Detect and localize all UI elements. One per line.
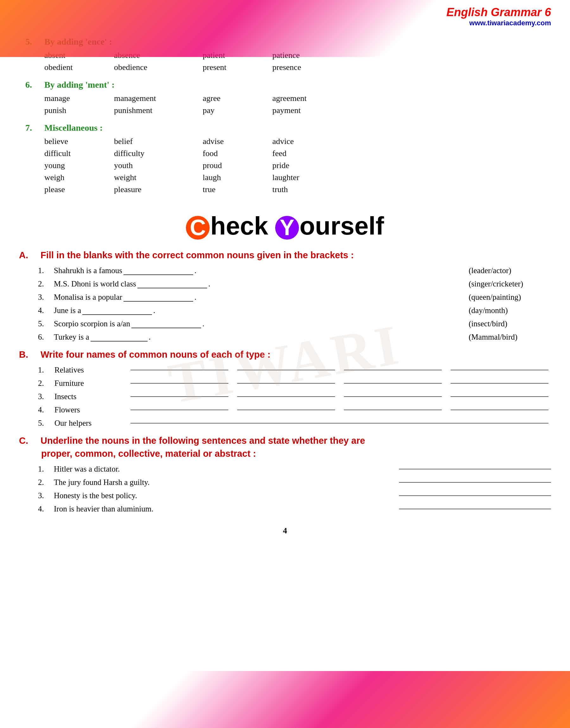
word-row: please pleasure true truth (25, 183, 545, 196)
item-num: 1. (38, 465, 51, 474)
write-line[interactable] (130, 370, 228, 370)
exercise-b-letter: B. (19, 349, 35, 360)
exercise-a-item-6: 6. Turkey is a. (Mammal/bird) (38, 333, 551, 341)
exercise-c-items: 1. Hitler was a dictator. 2. The jury fo… (38, 465, 551, 513)
word-row: believe belief advise advice (25, 135, 545, 147)
sentence-row-3: 3. Honesty is the best policy. (38, 491, 551, 500)
title-text: English Grammar (447, 6, 542, 19)
section-7-label: Miscellaneous : (44, 123, 102, 133)
write-line[interactable] (130, 423, 548, 424)
exercise-a-item-2: 2. M.S. Dhoni is world class. (singer/cr… (38, 279, 551, 288)
c-circle: C (186, 216, 210, 239)
word-cell: difficulty (114, 149, 203, 158)
page-number: 4 (0, 526, 570, 536)
item-num: 3. (38, 491, 51, 500)
word-cell: please (44, 185, 114, 194)
blank-line[interactable] (123, 274, 193, 275)
write-line[interactable] (451, 383, 548, 384)
item-num: 5. (38, 319, 51, 328)
blank-line[interactable] (137, 288, 207, 288)
write-line[interactable] (344, 370, 442, 370)
header-website: www.tiwariacademy.com (447, 19, 551, 27)
word-cell: agreement (272, 94, 361, 103)
exercise-c-subtext: proper, common, collective, material or … (41, 449, 551, 459)
item-text: M.S. Dhoni is world class. (54, 279, 466, 288)
write-line[interactable] (451, 410, 548, 410)
exercise-c-label: C. Underline the nouns in the following … (19, 436, 551, 446)
write-line[interactable] (344, 410, 442, 410)
word-row: difficult difficulty food feed (25, 147, 545, 159)
answer-line[interactable] (399, 482, 551, 483)
word-cell: obedience (114, 63, 203, 72)
write-line[interactable] (130, 396, 228, 397)
write-row-1: 1. Relatives (38, 366, 551, 375)
word-cell: laugh (203, 173, 272, 182)
word-cell: true (203, 185, 272, 194)
write-label: Relatives (54, 366, 124, 375)
exercise-c-section: C. Underline the nouns in the following … (19, 436, 551, 513)
item-num: 4. (38, 505, 51, 513)
exercise-a-item-4: 4. June is a. (day/month) (38, 306, 551, 315)
write-line[interactable] (237, 396, 335, 397)
word-cell: pleasure (114, 185, 203, 194)
answer-line[interactable] (399, 509, 551, 509)
y-circle: Y (275, 216, 299, 239)
write-row-4: 4. Flowers (38, 406, 551, 414)
answer-line[interactable] (399, 469, 551, 470)
write-line[interactable] (130, 383, 228, 384)
write-line[interactable] (237, 410, 335, 410)
answer-line[interactable] (399, 495, 551, 496)
word-cell: agree (203, 94, 272, 103)
item-num: 4. (38, 406, 51, 414)
exercise-a-instruction: Fill in the blanks with the correct comm… (40, 250, 354, 260)
write-line[interactable] (344, 396, 442, 397)
word-cell: difficult (44, 149, 114, 158)
word-cell: manage (44, 94, 114, 103)
word-cell: food (203, 149, 272, 158)
check-text: heck (210, 212, 268, 240)
blank-line[interactable] (90, 341, 148, 341)
item-num: 5. (38, 419, 51, 428)
write-row-3: 3. Insects (38, 392, 551, 401)
header-title: English Grammar 6 (447, 6, 551, 19)
write-line[interactable] (451, 396, 548, 397)
write-label: Flowers (54, 406, 124, 414)
write-row-5: 5. Our helpers (38, 419, 551, 428)
word-cell: advice (272, 137, 361, 146)
write-label: Our helpers (54, 419, 124, 428)
word-row: manage management agree agreement (25, 92, 545, 104)
word-cell: truth (272, 185, 361, 194)
word-cell: obedient (44, 63, 114, 72)
item-text: Shahrukh is a famous. (54, 266, 466, 275)
exercise-c-letter: C. (19, 436, 35, 446)
section-7-header: 7. Miscellaneous : (25, 123, 545, 133)
write-line[interactable] (130, 410, 228, 410)
sentence-text: Iron is heavier than aluminium. (54, 505, 396, 513)
word-cell: feed (272, 149, 361, 158)
word-cell: advise (203, 137, 272, 146)
item-num: 3. (38, 293, 51, 302)
sentence-row-4: 4. Iron is heavier than aluminium. (38, 505, 551, 513)
yourself-text: ourself (300, 212, 384, 240)
section-7-num: 7. (25, 123, 44, 133)
write-line[interactable] (237, 383, 335, 384)
bg-bottom (0, 671, 570, 728)
word-cell: believe (44, 137, 114, 146)
word-row: punish punishment pay payment (25, 104, 545, 116)
exercise-a-item-5: 5. Scorpio scorpion is a/an. (insect/bir… (38, 319, 551, 328)
write-line[interactable] (344, 383, 442, 384)
item-options: (leader/actor) (469, 266, 551, 275)
blank-line[interactable] (123, 301, 193, 302)
word-cell: weight (114, 173, 203, 182)
write-line[interactable] (237, 370, 335, 370)
write-line[interactable] (451, 370, 548, 370)
word-cell: youth (114, 161, 203, 170)
write-label: Furniture (54, 379, 124, 388)
sentence-row-1: 1. Hitler was a dictator. (38, 465, 551, 474)
item-num: 2. (38, 478, 51, 487)
blank-line[interactable] (82, 314, 152, 315)
item-num: 1. (38, 366, 51, 375)
word-cell: punish (44, 106, 114, 115)
word-cell: weigh (44, 173, 114, 182)
blank-line[interactable] (131, 327, 201, 328)
